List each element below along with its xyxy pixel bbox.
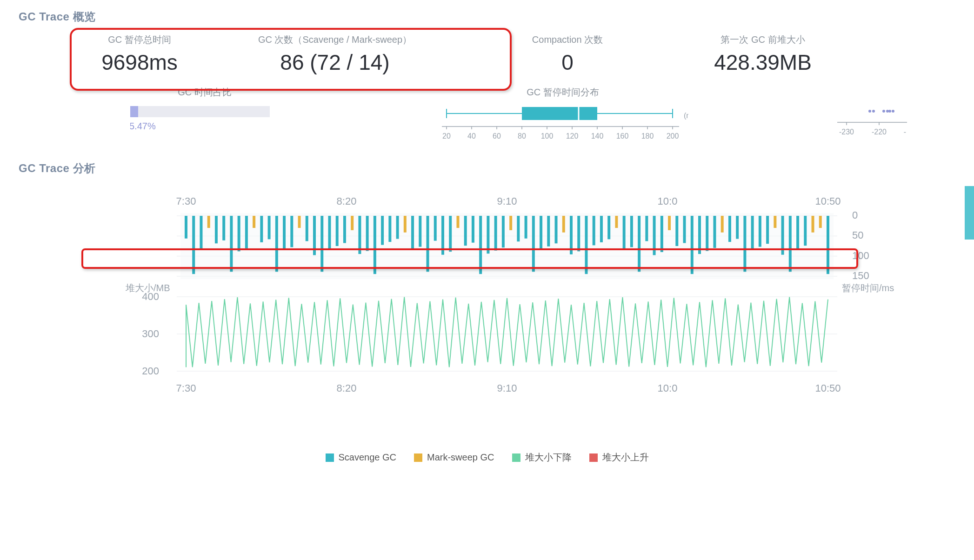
svg-rect-143	[819, 216, 822, 228]
legend-swatch	[512, 453, 520, 462]
svg-rect-73	[290, 216, 293, 247]
svg-rect-102	[509, 216, 512, 230]
mini-chart-title: GC 暂停时间分布	[527, 86, 599, 99]
metric-label: 第一次 GC 前堆大小	[693, 33, 833, 46]
svg-text:10:50: 10:50	[815, 382, 841, 394]
svg-rect-117	[623, 216, 626, 250]
metric-label: GC 暂停总时间	[56, 33, 223, 46]
legend-item-heap-down: 堆大小下降	[512, 451, 572, 464]
svg-rect-142	[812, 216, 814, 233]
svg-point-29	[872, 110, 875, 113]
side-scroll-handle[interactable]	[965, 186, 974, 240]
svg-rect-94	[449, 216, 452, 252]
svg-rect-85	[381, 216, 384, 245]
svg-rect-108	[555, 216, 558, 243]
svg-text:50: 50	[852, 229, 863, 241]
svg-rect-80	[343, 216, 346, 243]
svg-text:120: 120	[566, 132, 579, 140]
svg-text:堆大小/MB: 堆大小/MB	[125, 283, 170, 293]
svg-text:300: 300	[142, 328, 159, 340]
svg-rect-130	[721, 216, 724, 233]
svg-rect-136	[766, 216, 769, 244]
svg-text:9:10: 9:10	[497, 382, 517, 394]
svg-text:10:50: 10:50	[815, 195, 841, 207]
svg-text:80: 80	[518, 132, 526, 140]
svg-point-33	[892, 110, 894, 113]
legend-swatch	[589, 453, 598, 462]
svg-rect-88	[404, 216, 407, 233]
svg-rect-128	[706, 216, 708, 251]
svg-text:10:0: 10:0	[658, 382, 678, 394]
scatter-tick: -220	[872, 128, 887, 136]
svg-rect-89	[411, 216, 414, 250]
scatter-tick: -	[904, 128, 906, 136]
svg-rect-116	[615, 216, 618, 228]
svg-rect-67	[245, 216, 248, 248]
metric-value: 428.39MB	[693, 50, 833, 75]
gc-analysis-chart: 7:308:209:1010:010:50050100150400300200堆…	[112, 185, 954, 446]
svg-rect-123	[668, 216, 671, 230]
svg-rect-120	[645, 216, 648, 241]
svg-rect-97	[472, 216, 474, 243]
svg-rect-59	[185, 216, 187, 239]
svg-text:100: 100	[541, 132, 554, 140]
svg-text:60: 60	[493, 132, 501, 140]
legend-label: Scavenge GC	[339, 452, 397, 463]
svg-rect-62	[207, 216, 210, 228]
svg-rect-118	[630, 216, 633, 247]
svg-point-28	[868, 110, 871, 113]
svg-rect-111	[577, 216, 580, 251]
svg-rect-63	[215, 216, 218, 243]
svg-text:20: 20	[442, 132, 451, 140]
svg-rect-135	[759, 216, 761, 247]
svg-rect-125	[683, 216, 686, 243]
legend-label: 堆大小下降	[525, 451, 572, 464]
svg-rect-66	[238, 216, 240, 251]
svg-rect-100	[494, 216, 497, 251]
svg-rect-114	[600, 216, 603, 242]
mini-scatter: -230 -220 -	[837, 86, 907, 145]
metric-value: 9698ms	[56, 50, 223, 75]
legend-item-scavenge: Scavenge GC	[326, 451, 397, 464]
svg-text:10:0: 10:0	[658, 195, 678, 207]
svg-rect-87	[396, 216, 399, 239]
svg-rect-1	[130, 106, 138, 117]
svg-rect-109	[562, 216, 565, 233]
annotation-box-trace	[81, 248, 858, 269]
svg-rect-103	[517, 216, 520, 241]
legend-item-heap-up: 堆大小上升	[589, 451, 649, 464]
svg-rect-0	[130, 106, 270, 117]
svg-rect-124	[675, 216, 678, 246]
svg-text:7:30: 7:30	[176, 195, 196, 207]
svg-text:40: 40	[467, 132, 476, 140]
svg-point-30	[882, 110, 885, 113]
svg-rect-101	[502, 216, 505, 247]
svg-rect-113	[593, 216, 595, 245]
svg-text:140: 140	[591, 132, 604, 140]
svg-text:160: 160	[616, 132, 629, 140]
svg-rect-131	[728, 216, 731, 242]
mini-pause-distribution: GC 暂停时间分布 20406080100120140160180200 (ms…	[437, 86, 688, 145]
svg-rect-115	[607, 216, 610, 239]
svg-text:0: 0	[852, 209, 858, 221]
svg-text:200: 200	[667, 132, 679, 140]
legend-label: Mark-sweep GC	[427, 452, 494, 463]
svg-text:7:30: 7:30	[176, 382, 196, 394]
mini-gc-ratio: GC 时间占比 5.47%	[130, 86, 279, 145]
svg-rect-64	[222, 216, 225, 240]
svg-rect-122	[660, 216, 663, 252]
legend: Scavenge GC Mark-sweep GC 堆大小下降 堆大小上升	[19, 451, 955, 464]
svg-rect-137	[774, 216, 776, 228]
gc-ratio-percent: 5.47%	[130, 121, 156, 131]
svg-rect-107	[547, 216, 550, 247]
svg-rect-61	[200, 216, 202, 249]
metric-compaction-count: Compaction 次数 0	[498, 33, 637, 75]
scatter-chart-fragment: -230 -220 -	[837, 102, 907, 138]
svg-text:8:20: 8:20	[337, 195, 357, 207]
svg-rect-78	[328, 216, 331, 249]
legend-swatch	[414, 453, 422, 462]
metrics-row: GC 暂停总时间 9698ms GC 次数（Scavenge / Mark-sw…	[19, 33, 955, 75]
svg-text:8:20: 8:20	[337, 382, 357, 394]
svg-rect-95	[456, 216, 459, 228]
svg-rect-81	[351, 216, 354, 230]
